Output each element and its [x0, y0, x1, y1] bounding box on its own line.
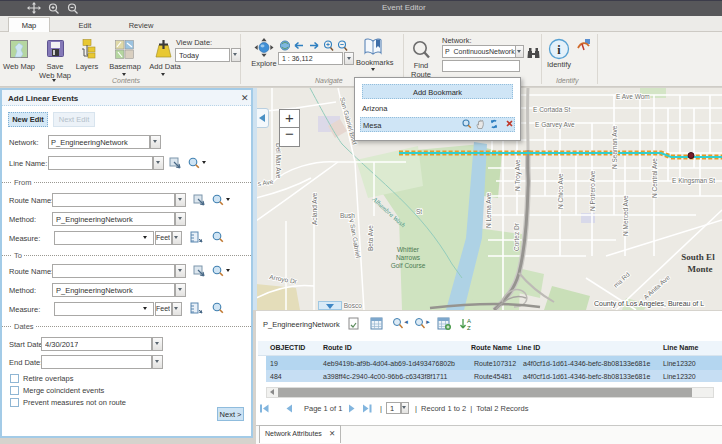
svg-text:County of Los Angeles, Bureau: County of Los Angeles, Bureau of L — [594, 300, 704, 308]
svg-text:Acland Ave: Acland Ave — [311, 192, 318, 225]
svg-text:N Merced Ave: N Merced Ave — [622, 195, 629, 236]
svg-text:Bush: Bush — [340, 212, 355, 219]
svg-text:◄: ◄ — [403, 319, 409, 325]
svg-text:E Kingsman St: E Kingsman St — [672, 177, 715, 185]
svg-text:Z: Z — [467, 325, 471, 331]
svg-text:Monte: Monte — [688, 264, 713, 274]
svg-text:N Lema Ave: N Lema Ave — [485, 192, 492, 228]
svg-text:South El: South El — [681, 252, 715, 262]
svg-text:Golf Course: Golf Course — [391, 262, 426, 269]
svg-text:Del Mar Ave: Del Mar Ave — [275, 143, 282, 179]
svg-text:E Garvey Ave: E Garvey Ave — [535, 121, 575, 129]
svg-text:Beta Ave: Beta Ave — [367, 225, 374, 251]
svg-text:N Potrero Ave: N Potrero Ave — [589, 170, 596, 211]
svg-text:Whittier: Whittier — [397, 246, 420, 253]
svg-text:St: St — [416, 208, 422, 215]
svg-text:N Central Ave: N Central Ave — [651, 158, 658, 198]
svg-text:N Chico Ave: N Chico Ave — [557, 173, 564, 209]
svg-text:E Ave Wom: E Ave Wom — [616, 93, 650, 100]
svg-text:N Troy Ave: N Troy Ave — [514, 159, 522, 191]
svg-text:Narrows: Narrows — [396, 254, 421, 261]
svg-text:Cortez Dr: Cortez Dr — [513, 222, 520, 251]
svg-text:►: ► — [425, 319, 431, 325]
svg-text:N Seaman Ave: N Seaman Ave — [611, 125, 618, 169]
svg-text:A: A — [467, 318, 471, 324]
svg-text:E Cortada St: E Cortada St — [533, 106, 570, 113]
